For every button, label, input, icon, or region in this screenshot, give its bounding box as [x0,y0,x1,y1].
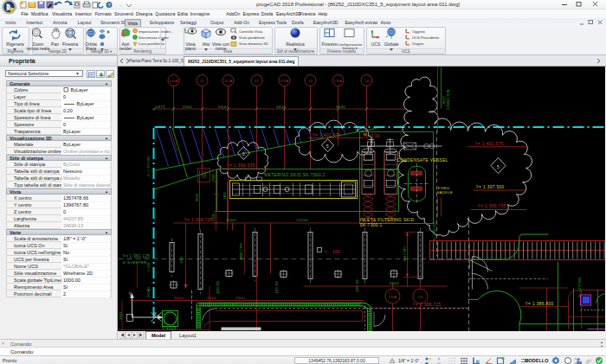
svg-text:Y= 1 395.735: Y= 1 395.735 [478,204,506,208]
svg-text:5: 5 [326,144,329,149]
svg-text:1300 300: 1300 300 [216,281,220,294]
svg-text:5600: 5600 [276,105,286,109]
svg-text:12: 12 [255,79,260,83]
svg-text:5000: 5000 [390,281,399,285]
svg-text:Y= 1 397.500: Y= 1 397.500 [476,185,505,189]
svg-text:1000: 1000 [227,218,236,222]
svg-text:Y= 1 402.075: Y= 1 402.075 [313,133,341,137]
svg-text:INLET: INLET [442,95,446,105]
svg-text:14: 14 [364,79,370,83]
svg-text:9800: 9800 [195,193,199,201]
svg-text:10/A: 10/A [170,79,178,83]
svg-text:13/A: 13/A [334,79,343,83]
svg-text:Y: Y [129,291,132,297]
svg-text:12/A: 12/A [280,79,289,83]
svg-text:X= 1 373.500: X= 1 373.500 [146,156,151,177]
svg-text:11150: 11150 [297,218,309,222]
svg-text:▽-200: ▽-200 [147,263,151,272]
svg-text:Y= 1 401.575: Y= 1 401.575 [475,142,504,146]
svg-text:Y= 1 386.800: Y= 1 386.800 [525,302,554,306]
svg-text:CONDENSATE VESSEL: CONDENSATE VESSEL [397,158,448,163]
svg-text:SK-7300.1: SK-7300.1 [360,223,383,227]
svg-text:5: 5 [497,165,500,169]
svg-text:±0.00: ±0.00 [369,134,380,138]
svg-text:5: 5 [242,152,245,156]
svg-text:1875: 1875 [156,105,165,109]
svg-text:2560: 2560 [183,105,192,109]
svg-text:▽ - 100: ▽ - 100 [325,250,341,254]
svg-text:INLET& FILTERING SKID: INLET& FILTERING SKID [360,218,415,222]
svg-text:CONNECTION: CONNECTION [447,89,450,110]
svg-text:Y= 1 399.535: Y= 1 399.535 [227,163,255,168]
svg-text:Y= 1 386.725: Y= 1 386.725 [413,303,442,307]
svg-text:1300 300: 1300 300 [275,281,279,294]
svg-text:X= 1 382.502: X= 1 382.502 [433,221,436,241]
svg-text:SADDLE: SADDLE [437,190,454,195]
svg-text:X= 1 377.890: X= 1 377.890 [578,278,582,297]
svg-text:14/A: 14/A [389,295,397,299]
svg-text:1300 300: 1300 300 [356,279,359,292]
svg-text:T-1125: T-1125 [162,326,177,330]
svg-text:Y= 1 394.725: Y= 1 394.725 [184,218,213,222]
svg-text:13: 13 [308,79,313,83]
svg-text:3000: 3000 [174,296,184,300]
svg-text:11/A: 11/A [224,79,232,83]
svg-text:1000: 1000 [203,172,207,179]
svg-text:1/8" = 1'-0": 1/8" = 1'-0" [398,358,420,363]
svg-text:5690: 5690 [336,105,345,109]
svg-text:ROAD: ROAD [147,287,151,297]
svg-text:METERING SKID SK-7300.2: METERING SKID SK-7300.2 [264,173,325,177]
svg-text:1400: 1400 [223,192,227,199]
svg-text:5800: 5800 [180,257,184,264]
svg-text:15: 15 [418,295,423,299]
svg-text:4000 (TYP): 4000 (TYP) [240,242,243,259]
svg-text:7000: 7000 [212,174,216,181]
svg-text:MODELLO: MODELLO [525,358,549,363]
svg-text:5400: 5400 [218,105,228,109]
svg-text:11: 11 [200,79,204,83]
svg-text:3300: 3300 [235,296,245,300]
svg-text:⊘ SLEEPER: ⊘ SLEEPER [123,260,147,265]
svg-text:Y= 1 391.125: Y= 1 391.125 [123,254,151,259]
svg-text:·: · [119,3,121,9]
svg-text:2900: 2900 [207,296,216,300]
